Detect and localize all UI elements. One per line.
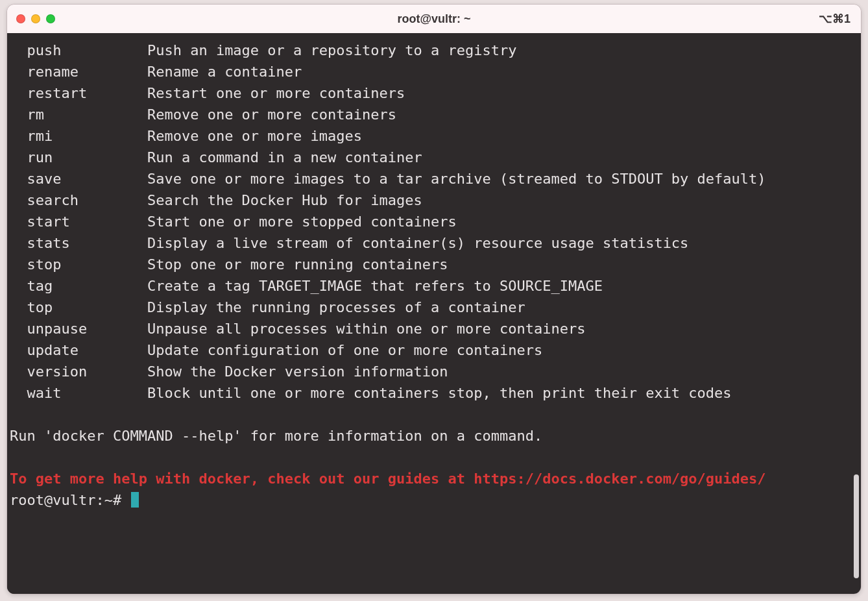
docker-help-line: Run 'docker COMMAND --help' for more inf… xyxy=(10,428,542,444)
docker-cmd-desc: Save one or more images to a tar archive… xyxy=(147,171,766,187)
docker-cmd-desc: Remove one or more containers xyxy=(147,106,396,123)
docker-cmd-row: update xyxy=(10,342,147,358)
docker-cmd-row: rmi xyxy=(10,128,147,144)
terminal-output[interactable]: push Push an image or a repository to a … xyxy=(7,33,851,594)
docker-cmd-row: unpause xyxy=(10,321,147,337)
terminal-window: root@vultr: ~ ⌥⌘1 push Push an image or … xyxy=(6,4,862,595)
docker-cmd-row: stats xyxy=(10,235,147,251)
minimize-icon[interactable] xyxy=(31,14,40,23)
docker-cmd-row: search xyxy=(10,192,147,208)
docker-cmd-desc: Stop one or more running containers xyxy=(147,256,448,273)
docker-cmd-desc: Block until one or more containers stop,… xyxy=(147,385,732,401)
window-shortcut: ⌥⌘1 xyxy=(819,12,850,26)
scrollbar[interactable] xyxy=(851,33,861,594)
docker-cmd-desc: Display the running processes of a conta… xyxy=(147,299,525,315)
docker-cmd-row: start xyxy=(10,214,147,230)
docker-cmd-desc: Restart one or more containers xyxy=(147,85,405,101)
docker-cmd-row: stop xyxy=(10,256,147,273)
docker-cmd-desc: Run a command in a new container xyxy=(147,149,422,166)
docker-cmd-row: run xyxy=(10,149,147,166)
docker-cmd-row: restart xyxy=(10,85,147,101)
docker-cmd-desc: Start one or more stopped containers xyxy=(147,214,457,230)
docker-cmd-row: save xyxy=(10,171,147,187)
docker-cmd-row: wait xyxy=(10,385,147,401)
docker-cmd-row: version xyxy=(10,363,147,380)
shell-prompt[interactable]: root@vultr:~# xyxy=(10,492,139,508)
window-title: root@vultr: ~ xyxy=(7,12,861,26)
docker-cmd-desc: Search the Docker Hub for images xyxy=(147,192,422,208)
docker-guides-line: To get more help with docker, check out … xyxy=(10,471,766,487)
docker-cmd-desc: Update configuration of one or more cont… xyxy=(147,342,542,358)
titlebar: root@vultr: ~ ⌥⌘1 xyxy=(7,5,861,33)
docker-cmd-desc: Unpause all processes within one or more… xyxy=(147,321,586,337)
scrollbar-thumb[interactable] xyxy=(854,474,859,578)
docker-cmd-desc: Create a tag TARGET_IMAGE that refers to… xyxy=(147,278,603,294)
docker-cmd-desc: Rename a container xyxy=(147,64,302,80)
terminal-area: push Push an image or a repository to a … xyxy=(7,33,861,594)
docker-cmd-row: push xyxy=(10,42,147,58)
zoom-icon[interactable] xyxy=(46,14,55,23)
docker-cmd-row: rm xyxy=(10,106,147,123)
cursor-icon xyxy=(131,492,139,508)
docker-cmd-desc: Push an image or a repository to a regis… xyxy=(147,42,517,58)
docker-cmd-row: rename xyxy=(10,64,147,80)
traffic-lights xyxy=(16,14,55,23)
docker-cmd-desc: Remove one or more images xyxy=(147,128,362,144)
close-icon[interactable] xyxy=(16,14,25,23)
docker-cmd-desc: Display a live stream of container(s) re… xyxy=(147,235,688,251)
docker-cmd-row: tag xyxy=(10,278,147,294)
docker-cmd-row: top xyxy=(10,299,147,315)
docker-cmd-desc: Show the Docker version information xyxy=(147,363,448,380)
